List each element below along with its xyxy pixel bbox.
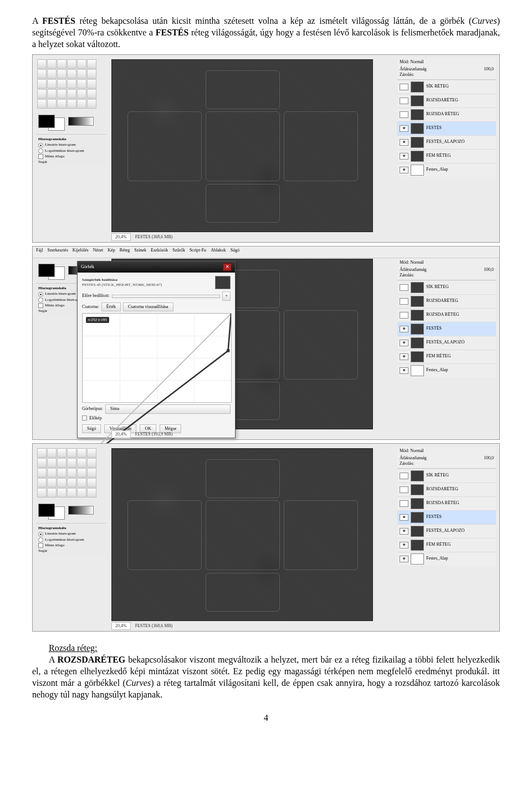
eye-icon[interactable]: [400, 500, 408, 507]
layer-row[interactable]: 👁FESTÉS_ALAPOZÓ: [397, 336, 496, 350]
tool-button[interactable]: [87, 69, 96, 79]
preset-add-icon[interactable]: +: [222, 291, 231, 300]
tool-button[interactable]: [57, 69, 66, 79]
curve-graph[interactable]: x:252 y:195: [82, 313, 232, 403]
tool-button[interactable]: [87, 59, 96, 69]
zoom-value[interactable]: 20,4%: [111, 430, 131, 438]
tool-button[interactable]: [77, 89, 86, 99]
gradient-swatch[interactable]: [68, 506, 94, 515]
tool-button[interactable]: [57, 99, 66, 109]
menu-item[interactable]: Színek: [134, 248, 146, 257]
layer-row[interactable]: SÍK RÉTEG: [397, 280, 496, 294]
tool-button[interactable]: [87, 89, 96, 99]
eye-icon[interactable]: 👁: [400, 514, 408, 521]
tool-button[interactable]: [47, 89, 57, 99]
eye-icon[interactable]: 👁: [400, 367, 408, 374]
eye-icon[interactable]: 👁: [400, 353, 408, 360]
tool-button[interactable]: [37, 99, 47, 109]
layer-row[interactable]: 👁FESTÉS: [397, 121, 496, 135]
layer-row[interactable]: 👁Festes_Alap: [397, 363, 496, 377]
menu-item[interactable]: Szűrők: [172, 248, 185, 257]
tool-button[interactable]: [77, 448, 86, 458]
tool-button[interactable]: [57, 79, 66, 89]
layer-row[interactable]: ROZSDA RÉTEG: [397, 107, 496, 121]
tool-button[interactable]: [67, 59, 76, 69]
tool-button[interactable]: [87, 79, 96, 89]
checkbox-avg[interactable]: [38, 154, 43, 159]
tool-button[interactable]: [57, 458, 66, 468]
tool-button[interactable]: [47, 79, 57, 89]
tool-button[interactable]: [87, 478, 96, 488]
radio-log[interactable]: [38, 537, 43, 542]
reset-channel-button[interactable]: Csatorna visszaállítása: [123, 302, 173, 311]
menu-item[interactable]: Kijelölés: [73, 248, 89, 257]
tool-button[interactable]: [57, 89, 66, 99]
layer-row[interactable]: ROZSDARÉTEG: [397, 294, 496, 308]
fg-color-swatch[interactable]: [38, 115, 55, 128]
radio-linear[interactable]: [38, 292, 43, 297]
curves-dialog[interactable]: Görbék ✕ Színgörbék beállítása FESTES-45…: [77, 261, 236, 438]
eye-icon[interactable]: 👁: [400, 326, 408, 332]
preset-field[interactable]: [112, 295, 221, 298]
layer-row[interactable]: ROZSDARÉTEG: [397, 94, 496, 107]
layer-row[interactable]: 👁FÉM RÉTEG: [397, 149, 496, 163]
tool-button[interactable]: [77, 99, 86, 109]
tool-button[interactable]: [67, 448, 76, 458]
tool-button[interactable]: [67, 468, 76, 478]
checkbox-avg[interactable]: [38, 543, 43, 548]
eye-icon[interactable]: [400, 486, 408, 493]
tool-button[interactable]: [77, 468, 86, 478]
eye-icon[interactable]: 👁: [400, 125, 408, 132]
tool-button[interactable]: [87, 99, 96, 109]
layer-row[interactable]: 👁FESTÉS_ALAPOZÓ: [397, 524, 496, 538]
radio-log[interactable]: [38, 298, 43, 302]
tool-button[interactable]: [37, 89, 47, 99]
tool-button[interactable]: [47, 468, 57, 478]
tool-button[interactable]: [37, 478, 47, 488]
tool-button[interactable]: [37, 79, 47, 89]
tool-button[interactable]: [57, 468, 66, 478]
radio-log[interactable]: [38, 148, 43, 153]
tool-button[interactable]: [67, 89, 76, 99]
tool-button[interactable]: [67, 488, 76, 498]
tool-button[interactable]: [67, 458, 76, 468]
eye-icon[interactable]: [400, 473, 408, 479]
close-icon[interactable]: ✕: [223, 263, 232, 271]
menu-item[interactable]: Nézet: [93, 248, 104, 257]
layer-row[interactable]: SÍK RÉTEG: [397, 469, 496, 483]
tool-button[interactable]: [37, 468, 47, 478]
fg-color-swatch[interactable]: [38, 504, 55, 517]
gradient-swatch[interactable]: [68, 117, 94, 126]
menu-item[interactable]: Kép: [108, 248, 115, 257]
tool-button[interactable]: [47, 59, 57, 69]
tool-button[interactable]: [57, 448, 66, 458]
eye-icon[interactable]: 👁: [400, 542, 408, 548]
layer-row[interactable]: 👁Festes_Alap: [397, 552, 496, 566]
tool-button[interactable]: [67, 99, 76, 109]
canvas[interactable]: [111, 59, 373, 232]
tool-button[interactable]: [37, 59, 47, 69]
menu-item[interactable]: Súgó: [231, 248, 239, 257]
tool-button[interactable]: [47, 478, 57, 488]
tool-button[interactable]: [67, 69, 76, 79]
dialog-titlebar[interactable]: Görbék ✕: [78, 261, 235, 273]
menu-item[interactable]: Szerkesztés: [47, 248, 68, 257]
eye-icon[interactable]: 👁: [400, 340, 408, 346]
channel-select[interactable]: Érték: [101, 302, 121, 311]
eye-icon[interactable]: 👁: [400, 153, 408, 160]
tool-button[interactable]: [87, 458, 96, 468]
tool-button[interactable]: [77, 59, 86, 69]
tool-button[interactable]: [47, 458, 57, 468]
tool-button[interactable]: [87, 468, 96, 478]
tool-button[interactable]: [67, 478, 76, 488]
layer-row[interactable]: SÍK RÉTEG: [397, 80, 496, 94]
radio-linear[interactable]: [38, 143, 43, 148]
layer-row[interactable]: 👁FESTÉS_ALAPOZÓ: [397, 135, 496, 149]
eye-icon[interactable]: [400, 284, 408, 291]
layer-row[interactable]: ROZSDARÉTEG: [397, 483, 496, 496]
menu-item[interactable]: Fájl: [36, 248, 43, 257]
tool-button[interactable]: [37, 488, 47, 498]
tool-button[interactable]: [77, 458, 86, 468]
tool-button[interactable]: [47, 448, 57, 458]
checkbox-avg[interactable]: [38, 303, 43, 308]
